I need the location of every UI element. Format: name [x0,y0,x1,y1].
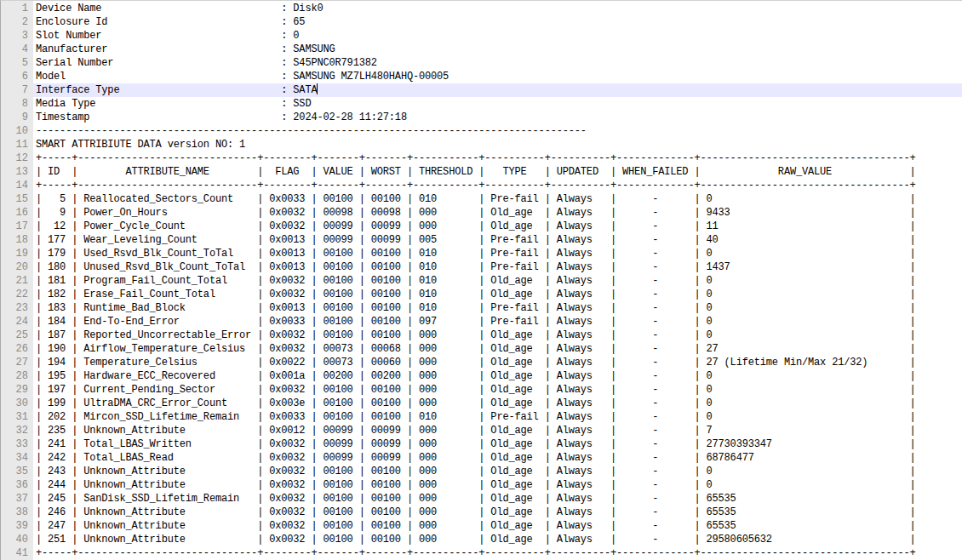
line-number: 40 [1,533,33,546]
line-text[interactable]: Model : SAMSUNG MZ7LH480HAHQ-00005 [33,70,962,83]
line-text[interactable]: +-----+------------------------------+--… [33,179,962,192]
line-number: 30 [1,397,33,410]
line-text[interactable]: | 199 | UltraDMA_CRC_Error_Count | 0x003… [33,397,962,410]
text-editor[interactable]: 1Device Name : Disk02Enclosure Id : 653S… [0,0,962,560]
editor-line: 24| 184 | End-To-End_Error | 0x0033 | 00… [1,315,962,329]
line-text[interactable]: | 243 | Unknown_Attribute | 0x0032 | 001… [33,465,962,478]
line-text[interactable]: | 235 | Unknown_Attribute | 0x0012 | 000… [33,424,962,437]
line-number: 7 [1,83,33,97]
line-text[interactable]: | 244 | Unknown_Attribute | 0x0032 | 001… [33,478,962,492]
line-text[interactable]: | 195 | Hardware_ECC_Recovered | 0x001a … [33,369,962,383]
editor-line: 36| 244 | Unknown_Attribute | 0x0032 | 0… [1,478,962,492]
editor-line: 26| 190 | Airflow_Temperature_Celsius | … [1,342,962,356]
line-number: 23 [1,301,33,315]
line-number: 18 [1,233,33,247]
line-number: 29 [1,383,33,397]
line-text[interactable]: | 177 | Wear_Leveling_Count | 0x0013 | 0… [33,233,962,247]
line-text[interactable]: | 187 | Reported_Uncorrectable_Error | 0… [33,329,962,342]
line-text[interactable]: | 202 | Mircon_SSD_Lifetime_Remain | 0x0… [33,410,962,424]
line-text[interactable]: | 9 | Power_On_Hours | 0x0032 | 00098 | … [33,206,962,220]
editor-line: 41+-----+------------------------------+… [1,546,962,560]
line-text[interactable]: +-----+------------------------------+--… [33,151,962,165]
line-number: 11 [1,138,33,151]
line-text[interactable]: | 12 | Power_Cycle_Count | 0x0032 | 0009… [33,220,962,233]
line-number: 32 [1,424,33,437]
line-text[interactable]: | 246 | Unknown_Attribute | 0x0032 | 001… [33,506,962,519]
line-text[interactable]: Serial Number : S45PNC0R791382 [33,56,962,70]
editor-line: 35| 243 | Unknown_Attribute | 0x0032 | 0… [1,465,962,478]
line-text[interactable]: Timestamp : 2024-02-28 11:27:18 [33,111,962,124]
line-number: 22 [1,288,33,301]
line-text[interactable]: | 194 | Temperature_Celsius | 0x0022 | 0… [33,356,962,369]
line-text[interactable]: Enclosure Id : 65 [33,15,962,29]
line-text[interactable]: | 5 | Reallocated_Sectors_Count | 0x0033… [33,192,962,206]
line-text[interactable]: | 247 | Unknown_Attribute | 0x0032 | 001… [33,519,962,533]
line-text[interactable]: Slot Number : 0 [33,29,962,43]
line-number: 12 [1,151,33,165]
editor-line: 33| 241 | Total_LBAS_Written | 0x0032 | … [1,437,962,451]
line-text[interactable]: +-----+------------------------------+--… [33,546,962,560]
editor-line: 38| 246 | Unknown_Attribute | 0x0032 | 0… [1,506,962,519]
editor-line: 3Slot Number : 0 [1,29,962,43]
line-number: 31 [1,410,33,424]
editor-line: 20| 180 | Unused_Rsvd_Blk_Count_ToTal | … [1,260,962,274]
line-text[interactable]: | 179 | Used_Rsvd_Blk_Count_ToTal | 0x00… [33,247,962,260]
line-number: 21 [1,274,33,288]
line-number: 15 [1,192,33,206]
editor-line: 39| 247 | Unknown_Attribute | 0x0032 | 0… [1,519,962,533]
line-text[interactable]: Manufacturer : SAMSUNG [33,43,962,56]
editor-line: 15| 5 | Reallocated_Sectors_Count | 0x00… [1,192,962,206]
editor-line: 8Media Type : SSD [1,97,962,111]
editor-line: 40| 251 | Unknown_Attribute | 0x0032 | 0… [1,533,962,546]
line-text[interactable]: | 245 | SanDisk_SSD_Lifetim_Remain | 0x0… [33,492,962,506]
editor-line: 9Timestamp : 2024-02-28 11:27:18 [1,111,962,124]
line-text[interactable]: | 242 | Total_LBAS_Read | 0x0032 | 00099… [33,451,962,465]
editor-line: 16| 9 | Power_On_Hours | 0x0032 | 00098 … [1,206,962,220]
line-text[interactable]: SMART ATTRIBIUTE DATA version NO: 1 [33,138,962,151]
line-number: 4 [1,43,33,56]
line-number: 24 [1,315,33,329]
line-text[interactable]: | 241 | Total_LBAS_Written | 0x0032 | 00… [33,437,962,451]
line-number: 38 [1,506,33,519]
line-number: 1 [1,2,33,15]
line-number: 41 [1,546,33,560]
text-caret [317,83,318,94]
line-number: 34 [1,451,33,465]
editor-line: 25| 187 | Reported_Uncorrectable_Error |… [1,329,962,342]
line-text[interactable]: Interface Type : SATA [33,83,962,97]
editor-line: 37| 245 | SanDisk_SSD_Lifetim_Remain | 0… [1,492,962,506]
line-number: 36 [1,478,33,492]
line-number: 17 [1,220,33,233]
line-text[interactable]: Device Name : Disk0 [33,2,962,15]
line-text[interactable]: | 197 | Current_Pending_Sector | 0x0032 … [33,383,962,397]
editor-line: 11SMART ATTRIBIUTE DATA version NO: 1 [1,138,962,151]
editor-line: 17| 12 | Power_Cycle_Count | 0x0032 | 00… [1,220,962,233]
line-text[interactable]: ----------------------------------------… [33,124,962,138]
line-text[interactable]: | ID | ATTRIBUTE_NAME | FLAG | VALUE | W… [33,165,962,179]
line-text[interactable]: | 184 | End-To-End_Error | 0x0033 | 0010… [33,315,962,329]
line-text[interactable]: | 251 | Unknown_Attribute | 0x0032 | 001… [33,533,962,546]
line-number: 10 [1,124,33,138]
editor-line: 5Serial Number : S45PNC0R791382 [1,56,962,70]
line-number: 20 [1,260,33,274]
line-text[interactable]: | 182 | Erase_Fail_Count_Total | 0x0032 … [33,288,962,301]
line-number: 28 [1,369,33,383]
line-text[interactable]: | 181 | Program_Fail_Count_Total | 0x003… [33,274,962,288]
editor-line: 19| 179 | Used_Rsvd_Blk_Count_ToTal | 0x… [1,247,962,260]
line-text[interactable]: | 180 | Unused_Rsvd_Blk_Count_ToTal | 0x… [33,260,962,274]
editor-line: 22| 182 | Erase_Fail_Count_Total | 0x003… [1,288,962,301]
editor-line: 12+-----+------------------------------+… [1,151,962,165]
line-number: 26 [1,342,33,356]
editor-line: 30| 199 | UltraDMA_CRC_Error_Count | 0x0… [1,397,962,410]
line-number: 5 [1,56,33,70]
line-number: 33 [1,437,33,451]
line-number: 2 [1,15,33,29]
line-text[interactable]: | 183 | Runtime_Bad_Block | 0x0013 | 001… [33,301,962,315]
line-number: 35 [1,465,33,478]
line-text[interactable]: | 190 | Airflow_Temperature_Celsius | 0x… [33,342,962,356]
editor-line: 4Manufacturer : SAMSUNG [1,43,962,56]
line-number: 16 [1,206,33,220]
line-number: 6 [1,70,33,83]
line-text[interactable]: Media Type : SSD [33,97,962,111]
editor-line: 23| 183 | Runtime_Bad_Block | 0x0013 | 0… [1,301,962,315]
